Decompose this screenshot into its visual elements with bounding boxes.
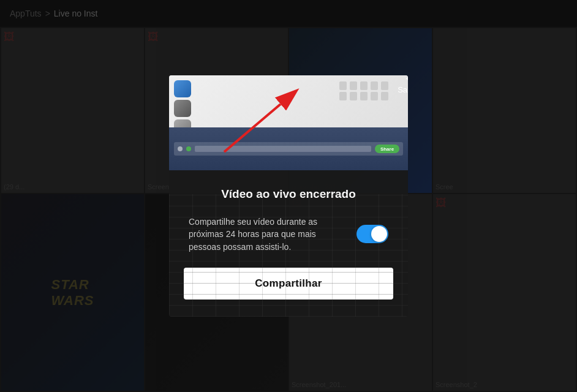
toggle-knob (371, 226, 387, 242)
share-text: Compartilhe seu vídeo durante as próxima… (189, 216, 344, 253)
share-row: Compartilhe seu vídeo durante as próxima… (184, 216, 393, 253)
preview-app-icon-3 (174, 119, 191, 127)
preview-letter-grid (339, 81, 390, 100)
preview-nav-bar: Share (174, 142, 403, 156)
save-label: Salvar (398, 85, 408, 94)
nav-bar-content (195, 146, 371, 152)
preview-top (169, 75, 408, 127)
modal-title: Vídeo ao vivo encerrado (221, 187, 356, 201)
modal-dark: Vídeo ao vivo encerrado Compartilhe seu … (169, 170, 408, 317)
share-toggle[interactable] (356, 225, 388, 243)
share-button[interactable]: Compartilhar (184, 268, 393, 300)
preview-bottom: Share (169, 127, 408, 170)
green-badge: Share (375, 145, 399, 153)
modal-overlay: Share ⬇ Salvar (0, 0, 577, 392)
save-area[interactable]: ⬇ Salvar (398, 75, 408, 94)
modal-panel: Share ⬇ Salvar (169, 75, 408, 317)
green-badge-text: Share (380, 146, 394, 152)
preview-app-icon-2 (174, 100, 191, 117)
save-download-icon: ⬇ (404, 75, 408, 84)
nav-dot-2 (186, 146, 191, 151)
nav-dot-1 (178, 146, 183, 151)
preview-app-icons (174, 80, 191, 127)
screenshot-preview: Share ⬇ Salvar (169, 75, 408, 170)
preview-app-icon-1 (174, 80, 191, 97)
preview-top-inner (169, 75, 408, 127)
preview-inner: Share (169, 75, 408, 170)
